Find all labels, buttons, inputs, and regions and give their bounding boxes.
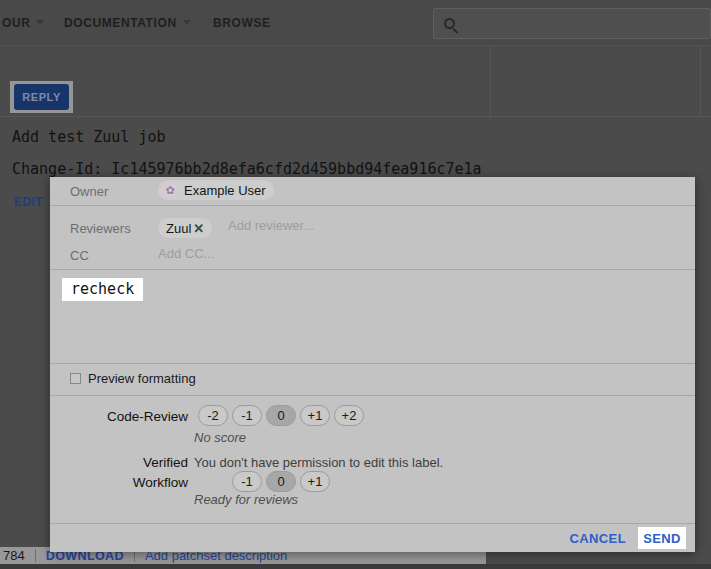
code-review-minus2-button[interactable]: -2 [198,405,228,426]
edit-link[interactable]: EDIT [14,195,43,209]
workflow-zero-button[interactable]: 0 [266,471,296,492]
nav-item-documentation[interactable]: DOCUMENTATION [64,16,191,30]
commit-message-line: Add test Zuul job [12,128,166,146]
reply-button-highlight: REPLY [10,81,73,113]
avatar-icon: ✿ [162,182,178,198]
divider [35,549,36,562]
commit-change-id: Change-Id: Ic145976bb2d8efa6cfd2d459bbd9… [12,160,482,178]
verified-label: Verified [50,455,188,470]
code-review-plus1-button[interactable]: +1 [300,405,330,426]
page-column-divider [700,47,701,116]
nav-item-browse[interactable]: BROWSE [213,16,271,30]
reply-message-text: recheck [62,278,143,301]
vote-labels-section: Code-Review -2 -1 0 +1 +2 No score Verif… [50,395,695,523]
preview-formatting-label: Preview formatting [88,371,196,386]
reviewer-name: Zuul [166,221,191,236]
search-input[interactable] [463,16,710,31]
workflow-plus1-button[interactable]: +1 [300,471,330,492]
nav-item-our-label: OUR [2,16,30,30]
patchset-number: 784 [3,548,25,563]
chevron-down-icon [36,20,44,25]
nav-item-our[interactable]: OUR [2,16,44,30]
add-cc-input[interactable] [158,246,338,261]
reviewer-chip[interactable]: Zuul ✕ [158,218,212,238]
code-review-label: Code-Review [50,409,188,424]
code-review-plus2-button[interactable]: +2 [334,405,364,426]
cc-label: CC [70,248,89,263]
add-reviewer-input[interactable] [228,218,408,233]
cancel-button[interactable]: CANCEL [569,531,626,546]
workflow-minus1-button[interactable]: -1 [232,471,262,492]
code-review-status: No score [194,430,246,445]
owner-row: Owner ✿ Example User [50,177,695,205]
preview-formatting-checkbox[interactable] [70,373,81,384]
search-icon [444,18,455,29]
code-review-minus1-button[interactable]: -1 [232,405,262,426]
workflow-label: Workflow [50,475,188,490]
page-column-divider [490,47,491,116]
search-box[interactable] [433,8,711,39]
owner-name: Example User [184,183,266,198]
nav-item-documentation-label: DOCUMENTATION [64,16,177,30]
dialog-footer: CANCEL SEND [50,523,695,552]
reviewers-section: Reviewers Zuul ✕ CC [50,205,695,269]
remove-reviewer-icon[interactable]: ✕ [193,221,204,236]
reply-dialog: Owner ✿ Example User Reviewers Zuul ✕ CC… [50,177,695,552]
preview-formatting-row: Preview formatting [50,363,695,395]
workflow-status: Ready for reviews [194,492,298,507]
top-nav-bar: OUR DOCUMENTATION BROWSE [0,0,711,46]
gerrit-screen: OUR DOCUMENTATION BROWSE REPLY Add test … [0,0,711,569]
reply-button[interactable]: REPLY [14,84,69,110]
send-button[interactable]: SEND [638,527,686,549]
reply-message-textarea[interactable]: recheck [50,269,695,363]
chevron-down-icon [183,20,191,25]
reviewers-label: Reviewers [70,221,131,236]
verified-permission-message: You don't have permission to edit this l… [194,455,443,470]
nav-item-browse-label: BROWSE [213,16,271,30]
page-divider [0,116,711,117]
page-bottom-edge [0,564,711,569]
owner-label: Owner [70,184,108,199]
owner-chip[interactable]: ✿ Example User [158,180,274,200]
code-review-zero-button[interactable]: 0 [266,405,296,426]
